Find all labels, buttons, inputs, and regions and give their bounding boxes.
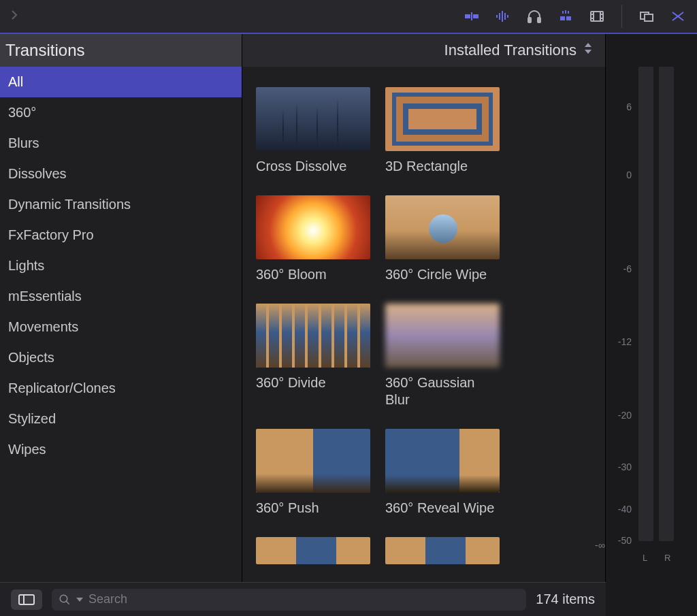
transition-thumbnail <box>256 87 370 151</box>
meter-tick: -12 <box>618 336 632 347</box>
svg-rect-3 <box>496 15 498 18</box>
sidebar-item-objects[interactable]: Objects <box>0 342 242 373</box>
sidebar-category-list: All360°BlursDissolvesDynamic Transitions… <box>0 67 242 582</box>
sidebar-item-blurs[interactable]: Blurs <box>0 128 242 159</box>
audio-waveform-icon[interactable] <box>492 5 514 27</box>
svg-point-25 <box>60 595 67 602</box>
content-filter-dropdown[interactable]: Installed Transitions <box>242 34 605 67</box>
transition-item[interactable]: 3D Rectangle <box>385 87 500 175</box>
transition-label: 360° Push <box>256 500 370 517</box>
meter-tick: 0 <box>626 169 632 180</box>
svg-rect-0 <box>465 14 470 18</box>
svg-rect-11 <box>566 16 571 20</box>
svg-rect-1 <box>473 14 479 18</box>
svg-rect-23 <box>19 595 34 604</box>
transition-thumbnail <box>385 429 500 493</box>
transitions-sidebar: Transitions All360°BlursDissolvesDynamic… <box>0 34 242 582</box>
transition-thumbnail <box>256 537 370 564</box>
svg-rect-20 <box>645 14 653 21</box>
transition-thumbnail <box>385 87 500 151</box>
meter-tick: 6 <box>626 101 632 112</box>
meter-tick: -6 <box>623 263 632 274</box>
search-input[interactable] <box>88 592 519 606</box>
transition-label: 360° Circle Wipe <box>385 266 500 283</box>
sidebar-item-movements[interactable]: Movements <box>0 312 242 342</box>
headphones-icon[interactable] <box>523 5 545 27</box>
transition-thumbnail <box>385 195 500 259</box>
share-icon[interactable] <box>667 5 689 27</box>
transition-label: 360° Reveal Wipe <box>385 500 500 517</box>
transition-label: 3D Rectangle <box>385 158 500 175</box>
sidebar-item-fxfactory-pro[interactable]: FxFactory Pro <box>0 220 242 250</box>
transition-label: 360° Bloom <box>256 266 370 283</box>
transition-item[interactable]: Cross Dissolve <box>256 87 370 175</box>
svg-line-26 <box>66 601 69 604</box>
updown-icon <box>583 42 593 59</box>
svg-rect-5 <box>502 11 503 22</box>
content-filter-label: Installed Transitions <box>444 42 577 59</box>
audio-meter-left <box>638 67 653 541</box>
film-icon[interactable] <box>586 5 608 27</box>
meter-tick: -40 <box>618 504 632 515</box>
transitions-browser: Installed Transitions Cross Dissolve3D R… <box>242 34 606 582</box>
sidebar-item-stylized[interactable]: Stylized <box>0 404 242 434</box>
svg-marker-22 <box>585 50 591 54</box>
sidebar-item-all[interactable]: All <box>0 67 242 97</box>
transition-item[interactable]: 360° Push <box>256 429 370 517</box>
svg-rect-10 <box>560 16 565 20</box>
transition-label: 360° Divide <box>256 374 370 391</box>
transition-item[interactable] <box>385 537 500 564</box>
transition-item[interactable]: 360° Bloom <box>256 195 370 283</box>
transition-item[interactable] <box>256 537 370 564</box>
transition-thumbnail <box>385 537 500 564</box>
audio-meters-panel: -∞ L R 60-6-12-20-30-40-50 <box>606 34 697 582</box>
sidebar-item-360-[interactable]: 360° <box>0 97 242 128</box>
audio-meter-right <box>659 67 674 541</box>
transition-thumbnail <box>256 304 370 368</box>
meter-tick: -20 <box>618 410 632 421</box>
sidebar-item-wipes[interactable]: Wipes <box>0 434 242 465</box>
svg-rect-12 <box>591 12 603 21</box>
panel-toggle-button[interactable] <box>11 589 42 610</box>
clip-trim-icon[interactable] <box>461 5 483 27</box>
svg-rect-2 <box>471 12 472 20</box>
sidebar-item-dynamic-transitions[interactable]: Dynamic Transitions <box>0 189 242 220</box>
search-field[interactable] <box>52 589 526 611</box>
effects-icon[interactable] <box>555 5 577 27</box>
transition-thumbnail <box>256 195 370 259</box>
meter-r-label: R <box>664 553 670 563</box>
transition-item[interactable]: 360° Gaussian Blur <box>385 304 500 408</box>
sidebar-item-lights[interactable]: Lights <box>0 250 242 281</box>
nav-forward-icon[interactable] <box>8 7 20 25</box>
compare-icon[interactable] <box>636 5 658 27</box>
sidebar-item-messentials[interactable]: mEssentials <box>0 281 242 312</box>
transition-item[interactable]: 360° Circle Wipe <box>385 195 500 283</box>
top-toolbar <box>0 0 697 34</box>
transition-thumbnail <box>256 429 370 493</box>
svg-marker-21 <box>585 43 591 47</box>
transition-item[interactable]: 360° Reveal Wipe <box>385 429 500 517</box>
transition-label: 360° Gaussian Blur <box>385 374 500 408</box>
search-menu-chevron-icon[interactable] <box>76 596 83 603</box>
transitions-grid: Cross Dissolve3D Rectangle360° Bloom360°… <box>242 67 605 582</box>
svg-rect-8 <box>528 18 531 22</box>
item-count-label: 174 items <box>536 591 595 607</box>
meter-infinity-label: -∞ <box>595 540 605 551</box>
sidebar-title: Transitions <box>0 34 242 67</box>
svg-rect-7 <box>507 15 508 18</box>
sidebar-item-replicator-clones[interactable]: Replicator/Clones <box>0 373 242 404</box>
search-icon <box>59 594 71 606</box>
svg-marker-27 <box>76 598 83 602</box>
meter-tick: -30 <box>618 461 632 472</box>
meter-l-label: L <box>643 553 647 563</box>
transition-label: Cross Dissolve <box>256 158 370 175</box>
sidebar-item-dissolves[interactable]: Dissolves <box>0 159 242 189</box>
svg-rect-4 <box>499 13 500 20</box>
svg-rect-9 <box>538 18 540 22</box>
svg-rect-6 <box>504 13 506 20</box>
bottom-bar: 174 items <box>0 582 606 616</box>
transition-item[interactable]: 360° Divide <box>256 304 370 408</box>
toolbar-divider <box>621 5 622 28</box>
transition-thumbnail <box>385 304 500 368</box>
meter-tick: -50 <box>618 535 632 546</box>
